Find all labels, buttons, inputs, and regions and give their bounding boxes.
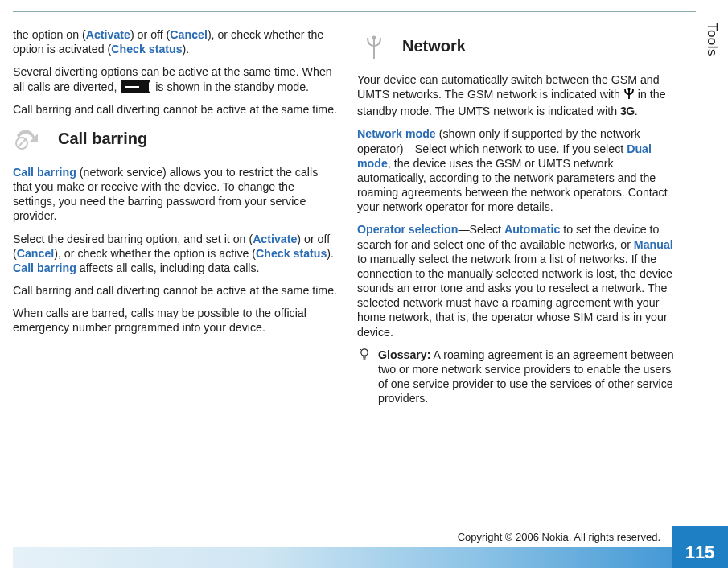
paragraph: Several diverting options can be active … bbox=[13, 64, 338, 93]
keyword-check-status: Check status bbox=[256, 247, 327, 260]
keyword-automatic: Automatic bbox=[504, 223, 560, 236]
svg-line-10 bbox=[367, 349, 368, 351]
svg-point-5 bbox=[627, 88, 630, 91]
heading: Call barring bbox=[58, 129, 147, 150]
text: ), or check whether the option is active… bbox=[54, 247, 256, 260]
content-columns: the option on (Activate) or off (Cancel)… bbox=[13, 18, 696, 500]
paragraph: Network mode (shown only if supported by… bbox=[357, 126, 682, 214]
paragraph: Your device can automatically switch bet… bbox=[357, 72, 682, 118]
paragraph: Operator selection—Select Automatic to s… bbox=[357, 222, 682, 339]
section-heading-call-barring: Call barring bbox=[13, 125, 338, 154]
text: —Select bbox=[458, 223, 504, 236]
text: to manually select the network from a li… bbox=[357, 253, 672, 339]
svg-point-3 bbox=[372, 36, 376, 40]
text: . bbox=[635, 105, 638, 117]
text: ). bbox=[327, 247, 334, 260]
paragraph: Select the desired barring option, and s… bbox=[13, 232, 338, 276]
text: Select the desired barring option, and s… bbox=[13, 233, 253, 245]
keyword-network-mode: Network mode bbox=[357, 127, 436, 140]
paragraph: the option on (Activate) or off (Cancel)… bbox=[13, 27, 338, 56]
paragraph: Call barring and call diverting cannot b… bbox=[13, 283, 338, 298]
left-column: the option on (Activate) or off (Cancel)… bbox=[13, 27, 338, 500]
glossary-label: Glossary: bbox=[378, 348, 430, 361]
top-rule bbox=[13, 11, 696, 12]
page-footer: Copyright © 2006 Nokia. All rights reser… bbox=[13, 526, 728, 568]
heading: Network bbox=[402, 36, 466, 57]
right-column: Network Your device can automatically sw… bbox=[357, 27, 682, 500]
keyword-cancel: Cancel bbox=[17, 247, 55, 260]
divert-icon bbox=[121, 80, 150, 93]
antenna-small-icon bbox=[623, 87, 635, 103]
text: ) or off ( bbox=[130, 28, 170, 41]
keyword-activate: Activate bbox=[253, 233, 297, 245]
keyword-operator-selection: Operator selection bbox=[357, 223, 458, 236]
paragraph: When calls are barred, calls may be poss… bbox=[13, 306, 338, 335]
svg-point-6 bbox=[361, 349, 368, 356]
page-number: 115 bbox=[672, 526, 728, 568]
keyword-cancel: Cancel bbox=[170, 28, 208, 41]
glossary-block: Glossary: A roaming agreement is an agre… bbox=[357, 348, 682, 406]
paragraph: Call barring (network service) allows yo… bbox=[13, 165, 338, 224]
text: affects all calls, including data calls. bbox=[76, 261, 260, 274]
keyword-call-barring: Call barring bbox=[13, 261, 76, 274]
keyword-activate: Activate bbox=[86, 28, 130, 41]
keyword-call-barring: Call barring bbox=[13, 166, 76, 179]
section-tab: Tools bbox=[701, 11, 723, 68]
text: ). bbox=[183, 43, 190, 56]
text: Your device can automatically switch bet… bbox=[357, 73, 660, 101]
page: Tools the option on (Activate) or off (C… bbox=[0, 0, 728, 568]
keyword-check-status: Check status bbox=[111, 43, 182, 56]
glossary-text: Glossary: A roaming agreement is an agre… bbox=[378, 348, 682, 406]
copyright-line: Copyright © 2006 Nokia. All rights reser… bbox=[13, 526, 728, 547]
text: is shown in the standby mode. bbox=[152, 80, 309, 93]
text: the option on ( bbox=[13, 28, 86, 41]
copyright-text: Copyright © 2006 Nokia. All rights reser… bbox=[458, 531, 660, 543]
bulb-icon bbox=[357, 348, 372, 406]
footer-gradient-bar bbox=[13, 547, 728, 568]
call-barring-icon bbox=[13, 125, 47, 154]
section-heading-network: Network bbox=[357, 32, 682, 61]
svg-line-1 bbox=[18, 139, 26, 147]
section-tab-label: Tools bbox=[704, 23, 720, 56]
antenna-icon bbox=[357, 32, 391, 61]
svg-line-9 bbox=[360, 349, 362, 351]
keyword-manual: Manual bbox=[634, 238, 673, 251]
text: , the device uses the GSM or UMTS networ… bbox=[357, 157, 668, 214]
paragraph: Call barring and call diverting cannot b… bbox=[13, 102, 338, 117]
threeg-icon: 3G bbox=[620, 105, 635, 117]
